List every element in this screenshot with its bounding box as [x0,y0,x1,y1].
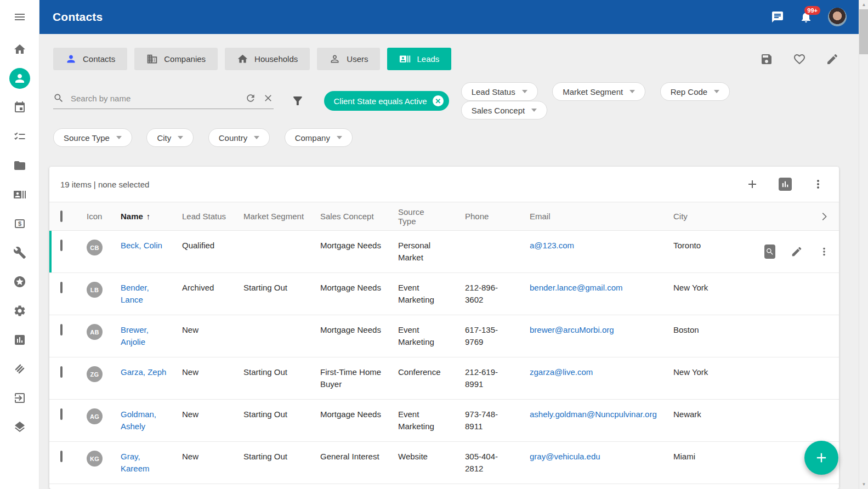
tab-users[interactable]: Users [317,48,380,70]
email-link[interactable]: bender.lance@gmail.com [530,283,622,292]
column-header-lead-status[interactable]: Lead Status [182,212,243,221]
table-row[interactable]: ZG Garza, Zeph New Starting Out First-Ti… [49,357,839,400]
row-checkbox[interactable] [60,324,63,336]
contact-name-link[interactable]: Beck, Colin [121,241,162,250]
email-link[interactable]: brewer@arcuMorbi.org [530,325,614,334]
preview-icon[interactable] [764,244,775,259]
contacts-icon[interactable] [9,68,30,89]
refresh-icon[interactable] [245,93,256,104]
column-header-source-type[interactable]: Source Type [398,207,465,226]
scroll-columns-right-icon[interactable] [817,210,830,223]
vertical-scrollbar[interactable]: ▲ ▼ [859,0,868,489]
column-header-name[interactable]: Name ↑ [121,212,182,221]
scrollbar-thumb[interactable] [859,9,868,54]
email-link[interactable]: gray@vehicula.edu [530,452,600,461]
calendar-icon[interactable] [13,101,26,114]
filter-chip-company[interactable]: Company [285,128,353,147]
save-icon[interactable] [760,53,773,66]
cell-phone: 212-619-8991 [465,366,530,390]
cell-city: Toronto [673,240,764,252]
row-edit-icon[interactable] [791,246,803,258]
billing-icon[interactable]: $ [13,217,26,230]
table-row[interactable]: CB Beck, Colin Qualified Mortgage Needs … [49,231,839,273]
table-row[interactable]: AG Goldman, Ashely New Starting Out Mort… [49,400,839,442]
table-row[interactable]: XG Gross, Qualifying Pre-Retirement Reti… [49,484,839,489]
add-record-fab[interactable] [804,441,838,475]
cell-sales-concept: General Interest [320,451,398,463]
row-actions [764,244,830,259]
partners-icon[interactable] [13,362,26,376]
row-more-icon[interactable] [818,246,830,258]
row-checkbox[interactable] [60,282,63,293]
filter-chip-city[interactable]: City [146,128,194,147]
chart-view-icon[interactable] [779,178,792,191]
home-icon[interactable] [13,43,26,56]
email-link[interactable]: ashely.goldman@Nuncpulvinar.org [530,410,657,419]
hamburger-menu-button[interactable] [0,0,39,34]
notifications-icon[interactable]: 99+ [799,10,813,24]
table-row[interactable]: AB Brewer, Anjolie New Mortgage Needs Ev… [49,315,839,357]
filter-icon[interactable] [291,94,304,107]
applied-filter-chip[interactable]: Client State equals Active ✕ [324,91,449,111]
add-column-icon[interactable] [746,178,759,191]
tab-companies[interactable]: Companies [134,48,218,70]
more-options-icon[interactable] [812,178,825,191]
tab-contacts[interactable]: Contacts [53,48,127,70]
filter-chip-lead-status[interactable]: Lead Status [461,82,538,101]
column-header-phone[interactable]: Phone [465,212,530,221]
cell-sales-concept: Mortgage Needs [320,240,398,252]
search-field[interactable] [53,93,274,109]
row-checkbox[interactable] [60,408,63,420]
folder-icon[interactable] [13,159,26,172]
email-link[interactable]: zgarza@live.com [530,367,593,377]
column-header-city[interactable]: City [673,212,817,221]
row-checkbox[interactable] [60,240,63,251]
layers-icon[interactable] [13,420,26,434]
edit-icon[interactable] [826,53,839,66]
leads-icon[interactable] [13,188,26,201]
scroll-down-icon[interactable]: ▼ [859,480,868,489]
settings-icon[interactable] [13,304,26,317]
contact-name-link[interactable]: Bender, Lance [121,283,149,304]
column-header-market-segment[interactable]: Market Segment [243,212,320,221]
tab-leads[interactable]: Leads [387,48,451,70]
tab-households[interactable]: Households [225,48,310,70]
search-input[interactable] [71,94,239,103]
row-avatar: LB [87,282,103,298]
cell-phone: 973-748-8911 [465,408,530,433]
row-checkbox[interactable] [60,366,63,378]
favorites-icon[interactable] [13,275,26,288]
contact-name-link[interactable]: Brewer, Anjolie [121,325,149,346]
row-avatar: CB [87,240,103,255]
filter-chip-rep-code[interactable]: Rep Code [660,82,730,101]
tools-icon[interactable] [13,246,26,259]
filter-chip-source-type[interactable]: Source Type [53,128,132,147]
menu-icon [13,10,26,24]
contact-name-link[interactable]: Garza, Zeph [121,367,166,377]
favorite-icon[interactable] [793,53,806,66]
tasks-icon[interactable] [13,130,26,143]
column-header-sales-concept[interactable]: Sales Concept [320,212,398,221]
column-header-email[interactable]: Email [530,212,673,221]
chat-icon[interactable] [771,10,784,24]
building-icon [146,53,158,65]
filter-chip-sales-concept[interactable]: Sales Concept [461,101,548,120]
table-row[interactable]: KG Gray, Kareem New Starting Out General… [49,442,839,484]
scroll-up-icon[interactable]: ▲ [859,0,868,9]
contact-name-link[interactable]: Gray, Kareem [121,452,150,473]
user-avatar[interactable] [828,8,847,26]
contact-name-link[interactable]: Goldman, Ashely [121,410,156,431]
filter-chip-market-segment[interactable]: Market Segment [552,82,645,101]
row-avatar: KG [87,451,103,467]
row-checkbox[interactable] [60,451,63,462]
filter-chip-country[interactable]: Country [208,128,270,147]
table-header-row: Icon Name ↑ Lead Status Market Segment S… [49,202,839,231]
table-row[interactable]: LB Bender, Lance Archived Starting Out M… [49,273,839,315]
reports-icon[interactable] [13,333,26,346]
remove-filter-icon[interactable]: ✕ [433,95,444,106]
exit-icon[interactable] [13,391,26,405]
select-all-checkbox[interactable] [60,211,63,222]
cell-sales-concept: Mortgage Needs [320,282,398,294]
email-link[interactable]: a@123.com [530,241,574,250]
clear-search-icon[interactable] [263,93,274,104]
